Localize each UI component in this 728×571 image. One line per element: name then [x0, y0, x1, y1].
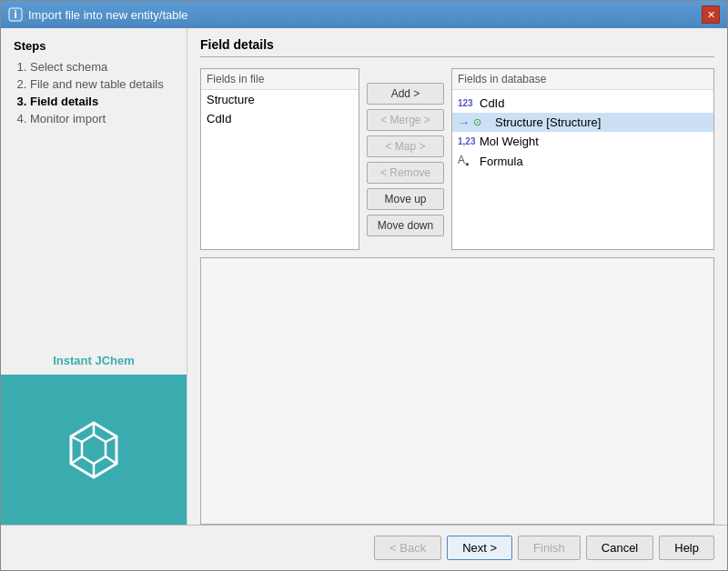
db-item-label: Structure [Structure]: [495, 115, 601, 129]
window-icon: i: [8, 7, 23, 22]
detail-box: [200, 257, 714, 525]
step-3: Field details: [30, 95, 174, 108]
steps-panel: Steps Select schema File and new table d…: [1, 28, 187, 345]
section-title: Field details: [200, 37, 714, 57]
move-down-button[interactable]: Move down: [367, 215, 444, 236]
svg-marker-3: [82, 435, 106, 464]
step-4: Monitor import: [30, 112, 174, 125]
db-item-formula[interactable]: A● Formula: [452, 151, 713, 171]
fields-in-db-panel: Fields in database 123 CdId → ⊙ Structur…: [451, 68, 714, 250]
arrow-icon: →: [458, 115, 470, 129]
svg-line-6: [106, 456, 116, 464]
map-button[interactable]: < Map >: [367, 135, 444, 157]
close-button[interactable]: ✕: [702, 5, 720, 24]
db-item-structure[interactable]: → ⊙ Structure [Structure]: [452, 113, 713, 132]
fields-row: Fields in file Structure CdId Add > < Me…: [200, 68, 714, 250]
steps-list: Select schema File and new table details…: [14, 60, 174, 125]
title-bar: i Import file into new entity/table ✕: [1, 1, 727, 28]
fields-in-file-header: Fields in file: [201, 69, 359, 90]
db-list: 123 CdId → ⊙ Structure [Structure] 1,23 …: [452, 90, 713, 249]
field-area: Fields in file Structure CdId Add > < Me…: [200, 68, 714, 525]
step-2: File and new table details: [30, 77, 174, 91]
db-item-molweight[interactable]: 1,23 Mol Weight: [452, 132, 713, 151]
brand-label: Instant JChem: [1, 345, 187, 375]
hex-logo-icon: [62, 418, 126, 482]
step-1: Select schema: [30, 60, 174, 74]
sidebar-brand-area: [1, 375, 187, 525]
db-item-cdid[interactable]: 123 CdId: [452, 94, 713, 113]
merge-button[interactable]: < Merge >: [367, 109, 444, 131]
db-item-icon-formula: A●: [458, 154, 476, 168]
fields-in-db-header: Fields in database: [452, 69, 713, 90]
svg-line-5: [106, 436, 116, 442]
fields-in-file-panel: Fields in file Structure CdId: [200, 68, 359, 250]
steps-title: Steps: [14, 39, 174, 53]
db-item-label: Mol Weight: [480, 135, 539, 148]
db-item-icon-123: 123: [458, 98, 476, 108]
window-title: Import file into new entity/table: [28, 8, 188, 22]
main-window: i Import file into new entity/table ✕ St…: [0, 0, 728, 571]
main-content: Steps Select schema File and new table d…: [1, 28, 727, 525]
fields-list: Structure CdId: [201, 90, 359, 249]
db-item-label: CdId: [480, 96, 504, 110]
title-bar-left: i Import file into new entity/table: [8, 7, 188, 22]
add-button[interactable]: Add >: [367, 83, 444, 105]
back-button[interactable]: < Back: [374, 536, 441, 560]
right-panel: Field details Fields in file Structure C…: [187, 28, 727, 525]
bottom-bar: < Back Next > Finish Cancel Help: [1, 525, 727, 570]
action-buttons: Add > < Merge > < Map > < Remove Move up…: [359, 68, 451, 250]
db-item-label: Formula: [480, 155, 523, 168]
help-button[interactable]: Help: [659, 536, 714, 560]
sidebar: Steps Select schema File and new table d…: [1, 28, 187, 525]
list-item[interactable]: Structure: [201, 90, 359, 109]
cancel-button[interactable]: Cancel: [586, 536, 653, 560]
list-item[interactable]: CdId: [201, 109, 359, 128]
svg-line-9: [71, 436, 82, 442]
db-item-icon-structure: ⊙: [473, 116, 491, 128]
svg-text:i: i: [14, 7, 17, 21]
next-button[interactable]: Next >: [447, 536, 512, 560]
remove-button[interactable]: < Remove: [367, 162, 444, 184]
move-up-button[interactable]: Move up: [367, 188, 444, 210]
svg-line-8: [71, 456, 82, 464]
finish-button[interactable]: Finish: [518, 536, 581, 560]
db-item-icon-molweight: 1,23: [458, 136, 476, 146]
